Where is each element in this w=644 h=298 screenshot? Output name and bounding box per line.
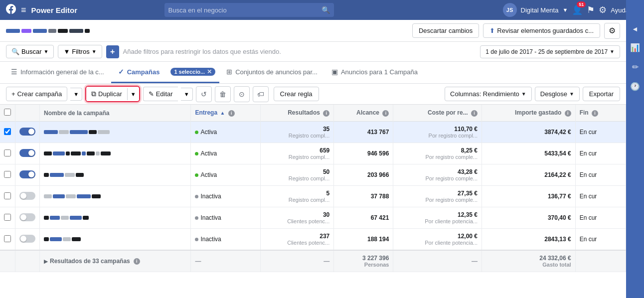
review-button[interactable]: ⬆ Revisar elementos guardados c...	[483, 23, 600, 38]
fin-info-icon[interactable]: i	[592, 110, 598, 117]
header-delivery[interactable]: Entrega ▲ i	[191, 105, 260, 122]
table-row[interactable]: Activa50Registro compl...203 96643,28 €P…	[0, 164, 626, 186]
row-toggle[interactable]	[19, 192, 35, 200]
undo-button[interactable]: ↺	[196, 86, 212, 102]
row-toggle[interactable]	[19, 213, 35, 221]
row-checkbox[interactable]	[4, 235, 11, 242]
row-importe-cell: 370,40 €	[482, 207, 576, 229]
delivery-info-icon[interactable]: i	[228, 110, 235, 117]
date-range-picker[interactable]: 1 de julio de 2017 - 25 de septiembre de…	[480, 45, 620, 58]
row-checkbox[interactable]	[4, 214, 11, 221]
tag-button[interactable]: 🏷	[253, 86, 269, 102]
tab-selected-close[interactable]: ✕	[207, 68, 212, 75]
tab-anuncios[interactable]: ▣ Anuncios para 1 Campaña	[324, 62, 425, 83]
columnas-button[interactable]: Columnas: Rendimiento ▼	[445, 87, 532, 101]
hamburger-icon[interactable]: ≡	[21, 5, 26, 15]
table-header-row: Nombre de la campaña Entrega ▲ i Resulta…	[0, 105, 626, 122]
footer-info-icon[interactable]: i	[134, 258, 140, 265]
copy-button[interactable]: ⊙	[234, 86, 250, 102]
tab-selected-badge[interactable]: 1 seleccio... ✕	[170, 68, 215, 76]
search-input[interactable]	[168, 6, 322, 14]
row-toggle-cell[interactable]	[15, 164, 40, 186]
row-checkbox[interactable]	[4, 128, 11, 135]
crear-regla-button[interactable]: Crear regla	[274, 87, 319, 101]
expand-results[interactable]: ▶ Resultados de 33 campañas i	[44, 258, 186, 265]
sidebar-collapse-icon[interactable]: ◄	[632, 25, 639, 33]
header-coste[interactable]: Coste por re... i	[393, 105, 482, 122]
row-checkbox-cell[interactable]	[0, 122, 15, 143]
header-alcance[interactable]: Alcance i	[334, 105, 393, 122]
row-toggle[interactable]	[19, 170, 35, 178]
table-row[interactable]: Inactiva30Clientes potenc...67 42112,35 …	[0, 207, 626, 229]
footer-importe-sub: Gasto total	[486, 262, 571, 268]
row-toggle-cell[interactable]	[15, 186, 40, 207]
row-toggle-cell[interactable]	[15, 143, 40, 164]
settings-gear-button[interactable]: ⚙	[604, 23, 620, 39]
tab-selected-label: 1 seleccio...	[174, 69, 205, 75]
sidebar-edit-icon[interactable]: ✏	[632, 62, 639, 72]
table-row[interactable]: Activa659Registro compl...946 5968,25 €P…	[0, 143, 626, 164]
user-menu[interactable]: Digital Menta	[521, 6, 559, 14]
row-toggle-cell[interactable]	[15, 229, 40, 251]
header-importe[interactable]: Importe gastado i	[482, 105, 576, 122]
buscar-button[interactable]: 🔍 Buscar ▼	[6, 45, 54, 58]
table-row[interactable]: Inactiva5Registro compl...37 78827,35 €P…	[0, 186, 626, 207]
row-checkbox[interactable]	[4, 171, 11, 178]
header-fin[interactable]: Fin i	[575, 105, 626, 122]
tabs-bar: ☰ Información general de la c... ✓ Campa…	[0, 62, 626, 84]
results-info-icon[interactable]: i	[323, 110, 329, 117]
row-toggle[interactable]	[19, 128, 35, 136]
row-delivery-cell: Activa	[191, 164, 260, 186]
flag-icon[interactable]: ⚑	[587, 4, 595, 15]
desglose-button[interactable]: Desglose ▼	[535, 87, 580, 101]
table-row[interactable]: Inactiva237Clientes potenc...188 19412,0…	[0, 229, 626, 251]
duplicar-button[interactable]: ⧉ Duplicar	[86, 87, 127, 101]
table-row[interactable]: Activa35Registro compl...413 767110,70 €…	[0, 122, 626, 143]
row-checkbox-cell[interactable]	[0, 229, 15, 251]
sidebar-clock-icon[interactable]: 🕐	[630, 82, 640, 91]
coste-info-icon[interactable]: i	[471, 110, 478, 117]
header-results[interactable]: Resultados i	[260, 105, 334, 122]
tab-campaigns[interactable]: ✓ Campañas	[111, 62, 167, 83]
row-checkbox-cell[interactable]	[0, 207, 15, 229]
row-alcance-cell: 203 966	[334, 164, 393, 186]
row-toggle-cell[interactable]	[15, 207, 40, 229]
row-toggle[interactable]	[19, 149, 35, 157]
header-name[interactable]: Nombre de la campaña	[40, 105, 191, 122]
swatch-6	[69, 29, 83, 33]
user-caret[interactable]: ▼	[562, 7, 568, 13]
duplicar-caret[interactable]: ▼	[127, 88, 139, 100]
row-checkbox-cell[interactable]	[0, 143, 15, 164]
row-toggle[interactable]	[19, 235, 35, 243]
delete-button[interactable]: 🗑	[215, 86, 231, 102]
footer-name[interactable]: ▶ Resultados de 33 campañas i	[40, 250, 191, 272]
sidebar-chart-icon[interactable]: 📊	[630, 43, 640, 52]
header-checkbox[interactable]	[0, 105, 15, 122]
row-toggle-cell[interactable]	[15, 122, 40, 143]
crear-campana-button[interactable]: + Crear campaña	[6, 87, 67, 101]
row-checkbox-cell[interactable]	[0, 186, 15, 207]
row-checkbox[interactable]	[4, 149, 11, 156]
editar-button[interactable]: ✎ Editar	[143, 87, 178, 101]
filtros-button[interactable]: ▼ Filtros ▼	[58, 45, 102, 58]
tab-conjuntos[interactable]: ⊞ Conjuntos de anuncios par...	[219, 62, 324, 83]
exportar-button[interactable]: Exportar	[583, 87, 620, 101]
filtros-caret: ▼	[92, 49, 97, 54]
discard-button[interactable]: Descartar cambios	[412, 23, 479, 38]
coste-value: 110,70 €	[397, 126, 478, 133]
importe-info-icon[interactable]: i	[565, 110, 571, 117]
tab-info[interactable]: ☰ Información general de la c...	[4, 62, 111, 83]
tab-selected[interactable]: 1 seleccio... ✕	[166, 62, 219, 83]
select-all-checkbox[interactable]	[4, 109, 11, 116]
coste-sub: Por registro comple...	[397, 175, 478, 181]
alcance-info-icon[interactable]: i	[382, 110, 389, 117]
footer-importe: 24 332,06 € Gasto total	[482, 250, 576, 272]
row-checkbox-cell[interactable]	[0, 164, 15, 186]
settings-icon[interactable]: ⚙	[599, 4, 607, 15]
editar-caret[interactable]: ▼	[181, 88, 193, 101]
add-filter-button[interactable]: +	[106, 45, 119, 58]
row-checkbox[interactable]	[4, 192, 11, 199]
crear-campana-caret[interactable]: ▼	[70, 88, 82, 101]
row-fin-cell: En cur	[575, 186, 626, 207]
name-bar	[71, 151, 81, 155]
